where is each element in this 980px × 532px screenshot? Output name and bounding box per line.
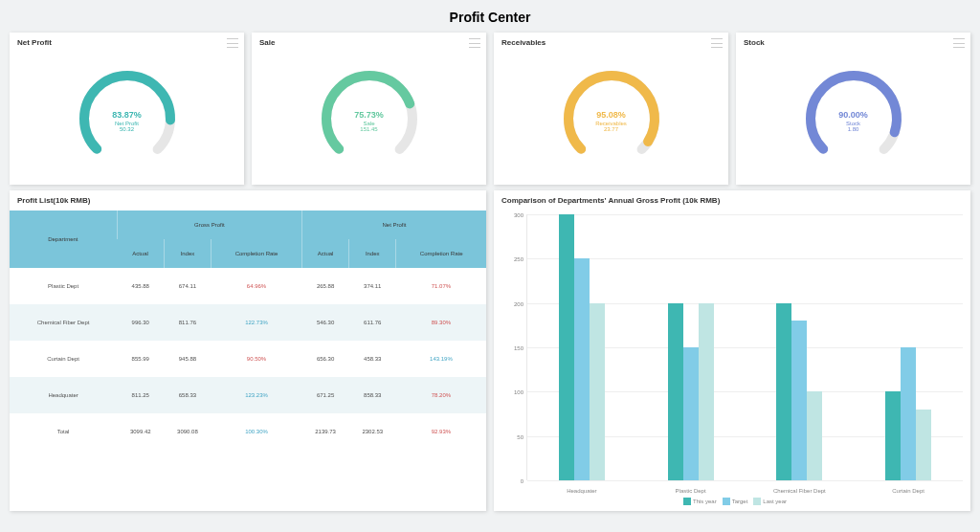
cell-rate: 64.96% — [212, 268, 302, 304]
cell-dept: Chemical Fiber Dept — [10, 304, 117, 341]
gauge-card: Sale75.73%Sale151.45 — [252, 33, 486, 185]
bar — [901, 347, 916, 480]
col-gross: Gross Profit — [117, 211, 301, 239]
bar — [807, 391, 822, 480]
x-label: Plastic Dept — [636, 488, 746, 494]
col-dept: Department — [10, 211, 117, 268]
cell: 671.25 — [302, 377, 349, 413]
hamburger-icon[interactable] — [469, 38, 480, 48]
legend-label: Last year — [763, 499, 787, 504]
cell-rate: 92.93% — [396, 413, 486, 450]
y-tick: 300 — [504, 212, 523, 218]
gauge-card: Receivables95.08%Receivables23.77 — [494, 33, 728, 185]
bar — [574, 258, 590, 480]
col-actual: Actual — [302, 239, 349, 268]
hamburger-icon[interactable] — [711, 38, 723, 48]
gauge-row: Net Profit83.87%Net Profit50.32Sale75.73… — [10, 33, 970, 185]
table-row: Headquater811.25658.33123.23%671.25858.3… — [10, 377, 486, 413]
cell: 2139.73 — [302, 413, 349, 450]
gauge-value: 50.32 — [73, 126, 182, 132]
y-tick: 0 — [504, 478, 523, 484]
profit-list-panel: Profit List(10k RMB) Department Gross Pr… — [10, 190, 486, 511]
col-actual: Actual — [117, 239, 164, 268]
bar — [885, 391, 901, 480]
plot-area: 050100150200250300HeadquaterPlastic Dept… — [526, 214, 963, 480]
profit-table: Department Gross Profit Net Profit Actua… — [10, 211, 486, 450]
gauge-value: 23.77 — [557, 126, 666, 132]
legend-swatch — [753, 498, 761, 505]
y-tick: 200 — [504, 301, 523, 307]
col-index: Index — [349, 239, 396, 268]
cell: 674.11 — [164, 268, 211, 304]
cell-rate: 123.23% — [212, 377, 302, 413]
bar-chart-title: Comparison of Departments' Annual Gross … — [494, 190, 970, 211]
cell: 2302.53 — [349, 413, 396, 450]
hamburger-icon[interactable] — [227, 38, 238, 48]
bar — [590, 303, 605, 480]
cell: 435.88 — [117, 268, 164, 304]
cell-dept: Total — [10, 413, 117, 450]
col-rate: Completion Rate — [212, 239, 302, 268]
cell: 3090.08 — [164, 413, 211, 450]
gauge-percent: 95.08% — [557, 110, 666, 120]
bar-chart-panel: Comparison of Departments' Annual Gross … — [494, 190, 970, 511]
cell-rate: 122.73% — [212, 304, 302, 341]
bar — [683, 347, 699, 480]
x-label: Chemical Fiber Dept — [746, 488, 855, 494]
bar-group: Curtain Dept — [854, 214, 963, 480]
bar-group: Chemical Fiber Dept — [746, 214, 855, 480]
gauge: 90.00%Stock1.80 — [799, 64, 908, 173]
gauge: 83.87%Net Profit50.32 — [73, 64, 182, 173]
cell: 3099.42 — [117, 413, 164, 450]
cell: 265.88 — [302, 268, 349, 304]
table-row: Total3099.423090.08100.30%2139.732302.53… — [10, 413, 486, 450]
page-title: Profit Center — [10, 4, 970, 33]
bar — [916, 410, 931, 480]
cell: 458.33 — [349, 341, 396, 377]
y-tick: 100 — [504, 389, 523, 395]
cell: 945.88 — [164, 341, 211, 377]
cell: 811.25 — [117, 377, 164, 413]
cell-rate: 89.30% — [396, 304, 486, 341]
cell: 855.99 — [117, 341, 164, 377]
gauge-card: Stock90.00%Stock1.80 — [736, 33, 970, 185]
col-rate: Completion Rate — [396, 239, 486, 268]
legend-label: This year — [693, 499, 717, 504]
gauge-percent: 90.00% — [799, 110, 908, 120]
cell: 374.11 — [349, 268, 396, 304]
bar — [668, 303, 683, 480]
chart-legend: This yearTargetLast year — [494, 498, 970, 505]
legend-swatch — [683, 498, 691, 505]
gauge: 75.73%Sale151.45 — [315, 64, 424, 173]
cell-rate: 78.20% — [396, 377, 486, 413]
y-tick: 250 — [504, 256, 523, 262]
cell-dept: Plastic Dept — [10, 268, 117, 304]
legend-swatch — [723, 498, 730, 505]
gauge-value: 1.80 — [799, 126, 908, 132]
cell-rate: 100.30% — [212, 413, 302, 450]
cell: 656.30 — [302, 341, 349, 377]
profit-tbody: Plastic Dept435.88674.1164.96%265.88374.… — [10, 268, 486, 450]
cell-dept: Headquater — [10, 377, 117, 413]
hamburger-icon[interactable] — [953, 38, 965, 48]
gauge-percent: 83.87% — [73, 110, 182, 120]
gauge: 95.08%Receivables23.77 — [557, 64, 666, 173]
cell-rate: 71.07% — [396, 268, 486, 304]
col-net: Net Profit — [302, 211, 486, 239]
profit-list-title: Profit List(10k RMB) — [10, 190, 486, 211]
bar-group: Plastic Dept — [636, 214, 746, 480]
gauge-percent: 75.73% — [315, 110, 424, 120]
gauge-value: 151.45 — [315, 126, 424, 132]
bar — [699, 303, 714, 480]
cell-dept: Curtain Dept — [10, 341, 117, 377]
cell: 611.76 — [349, 304, 396, 341]
bar-group: Headquater — [527, 214, 636, 480]
bar-chart: 050100150200250300HeadquaterPlastic Dept… — [494, 211, 970, 507]
bar — [776, 303, 791, 480]
x-label: Curtain Dept — [854, 488, 963, 494]
cell-rate: 143.19% — [396, 341, 486, 377]
legend-label: Target — [732, 499, 748, 504]
table-row: Chemical Fiber Dept996.30811.76122.73%54… — [10, 304, 486, 341]
cell: 658.33 — [164, 377, 211, 413]
cell: 996.30 — [117, 304, 164, 341]
